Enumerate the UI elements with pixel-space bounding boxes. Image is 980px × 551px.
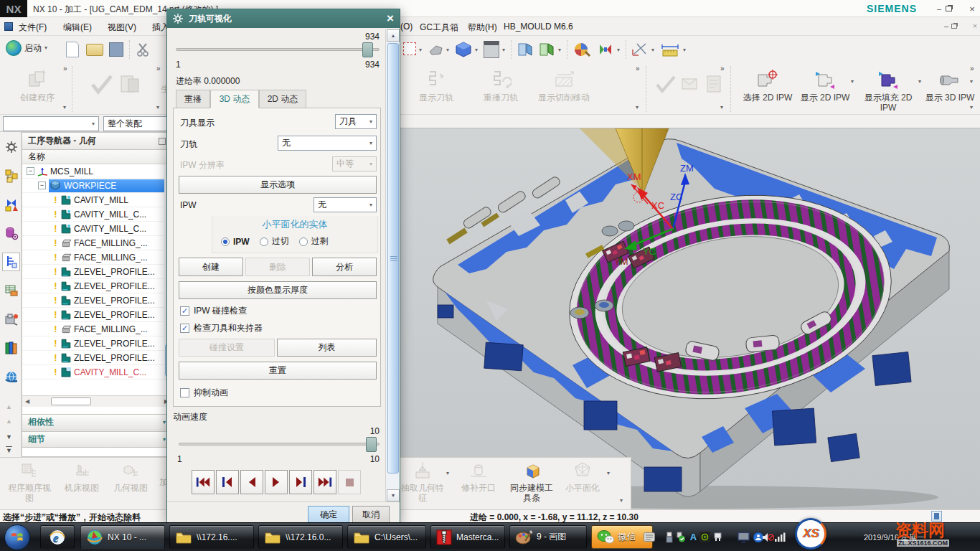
measure-icon[interactable] [631, 41, 650, 58]
menu-view[interactable]: 视图(V) [108, 22, 136, 34]
taskbar-folder-3[interactable]: C:\Users\... [347, 525, 426, 549]
title-bar[interactable]: NX NX 10 - 加工 - [UG_CAM_EDM_14.prt (修改的)… [0, 0, 980, 17]
group4-caret[interactable]: ▾ [720, 105, 723, 110]
fit-view-caret[interactable]: ▾ [419, 47, 422, 53]
create-program-button[interactable]: 创建程序 [7, 69, 67, 103]
taskbar-nx[interactable]: NX 10 - ... [80, 525, 165, 549]
tree-item-op[interactable]: !ZLEVEL_PROFILE... [22, 279, 171, 293]
go-to-start-button[interactable] [192, 470, 215, 494]
menu-edit[interactable]: 编辑(E) [63, 22, 92, 34]
roles-gear-icon[interactable] [2, 138, 20, 156]
panel-caret[interactable]: ▾ [502, 47, 505, 53]
extract-caret[interactable]: ▾ [446, 471, 449, 476]
reset-button[interactable]: 重置 [179, 362, 377, 380]
speed-slider-thumb[interactable] [366, 437, 377, 452]
faceting-button[interactable]: 小平面化 [561, 461, 604, 493]
tree-item-mcs-mill[interactable]: − MCS_MILL [22, 164, 171, 179]
tree-item-op[interactable]: !ZLEVEL_PROFILE... [22, 293, 171, 308]
fit-view-icon[interactable] [403, 42, 416, 55]
taskbar-paint[interactable]: 9 - 画图 [509, 525, 587, 549]
menu-file[interactable]: 文件(F) [19, 22, 47, 34]
step-back-button[interactable] [216, 470, 239, 494]
display-options-button[interactable]: 显示选项 [179, 176, 377, 194]
show-cut-moves-button[interactable]: 显示切削移动 [537, 69, 591, 103]
analyze-button[interactable]: 分析 [312, 258, 377, 276]
render-style-icon[interactable] [573, 40, 591, 59]
tree-item-op-highlight[interactable]: !CAVITY_MILL_C... [22, 365, 171, 380]
radio-overcut[interactable] [260, 237, 268, 246]
new-file-icon[interactable] [66, 42, 79, 57]
tree-item-op[interactable]: !FACE_MILLING_... [22, 250, 171, 265]
distance-icon[interactable] [660, 41, 680, 58]
snap-caret[interactable]: ▾ [446, 47, 449, 53]
check-tool-holder-checkbox[interactable]: ✓检查刀具和夹持器 [180, 322, 263, 334]
tree-item-op[interactable]: !CAVITY_MILL [22, 193, 171, 207]
shading-caret[interactable]: ▾ [617, 47, 620, 53]
minimize-button[interactable]: – [934, 4, 944, 13]
constraint-navigator-icon[interactable] [2, 195, 20, 214]
ipw-collision-checkbox[interactable]: ✓IPW 碰撞检查 [180, 305, 247, 317]
tab-3d-dynamic[interactable]: 3D 动态 [210, 90, 259, 108]
tree-item-op[interactable]: !CAVITY_MILL_C... [22, 222, 171, 236]
play-forward-button[interactable] [265, 470, 288, 494]
verify-group-icons[interactable] [80, 72, 152, 98]
snap-view-icon[interactable] [428, 42, 445, 57]
resource-scroll-up2[interactable]: ▲ [6, 418, 12, 425]
operation-navigator-icon[interactable] [2, 253, 20, 271]
open-file-icon[interactable] [86, 44, 103, 56]
show-2d-caret[interactable]: ▾ [851, 79, 854, 85]
menu-gc-toolbox[interactable]: GC工具箱 [420, 22, 458, 34]
group5-expand[interactable]: » [970, 65, 974, 72]
cube-caret[interactable]: ▾ [475, 47, 478, 53]
suppress-animation-checkbox[interactable]: 抑制动画 [180, 387, 228, 399]
tab-2d-dynamic[interactable]: 2D 动态 [259, 90, 306, 108]
part-navigator-icon[interactable] [2, 224, 20, 242]
dialog-scrollbar[interactable]: ▲ ▼ [385, 29, 400, 501]
cancel-button[interactable]: 取消 [352, 506, 390, 523]
assembly-navigator-icon[interactable] [2, 166, 20, 185]
group2-expand[interactable]: » [156, 65, 161, 72]
tray-volume-muted-icon[interactable] [762, 531, 774, 543]
shaded-cube-icon[interactable] [455, 41, 472, 58]
tray-usb-icon[interactable] [663, 531, 675, 543]
play-backward-button[interactable] [240, 470, 263, 494]
dialog-title-bar[interactable]: 刀轨可视化 × [167, 9, 400, 28]
tray-display-icon[interactable] [738, 531, 750, 543]
patch-opening-button[interactable]: 修补开口 [456, 461, 501, 493]
taskbar-ie[interactable]: e [40, 525, 75, 549]
replay-toolpath-button[interactable]: 重播刀轨 [475, 69, 527, 103]
start-button[interactable]: 启动▾ [6, 40, 47, 56]
start-button[interactable] [4, 524, 30, 550]
machine-tool-navigator-icon[interactable] [2, 310, 20, 329]
list-button[interactable]: 列表 [277, 339, 377, 357]
menu-help[interactable]: 帮助(H) [468, 22, 497, 34]
web-browser-icon[interactable] [2, 367, 20, 386]
tree-item-op[interactable]: !FACE_MILLING_... [22, 236, 171, 250]
speed-slider-track[interactable] [179, 443, 380, 446]
display-panel-icon[interactable] [484, 41, 499, 58]
modeling-toolbar-caret[interactable]: ▾ [620, 498, 623, 504]
group4-expand[interactable]: » [720, 65, 725, 72]
menu-o-partial[interactable]: (O) [400, 22, 413, 32]
group3-caret[interactable]: ▾ [636, 105, 639, 110]
geometry-view-button[interactable]: 几何视图 [109, 462, 152, 493]
dialog-scrollbar-thumb[interactable] [387, 43, 399, 474]
group5-caret[interactable]: ▾ [970, 105, 973, 110]
select-2d-ipw-button[interactable]: 选择 2D IPW [738, 69, 798, 103]
progress-slider-thumb[interactable] [362, 42, 373, 57]
show-fill-2d-caret[interactable]: ▾ [918, 79, 921, 85]
ipw-dropdown[interactable]: 无▾ [314, 197, 377, 212]
tree-item-op[interactable]: !ZLEVEL_PROFILE... [22, 351, 171, 365]
sync-modeling-button[interactable]: 同步建模工具条 [508, 461, 555, 503]
resource-scroll-up[interactable]: ▲ [6, 403, 12, 410]
name-column-header[interactable]: 名称 [22, 150, 171, 164]
show-toolpath-button[interactable]: 显示刀轨 [410, 69, 462, 103]
section-view-icon[interactable] [517, 41, 534, 58]
group3-expand[interactable]: » [636, 65, 640, 72]
machining-feature-icon[interactable] [2, 281, 20, 300]
tree-item-workpiece[interactable]: − WORKPIECE [22, 179, 171, 193]
selection-filter-dropdown[interactable]: ▾ [3, 116, 99, 131]
progress-slider-track[interactable] [176, 48, 380, 51]
library-icon[interactable] [2, 339, 20, 357]
restore-button[interactable] [946, 6, 952, 11]
